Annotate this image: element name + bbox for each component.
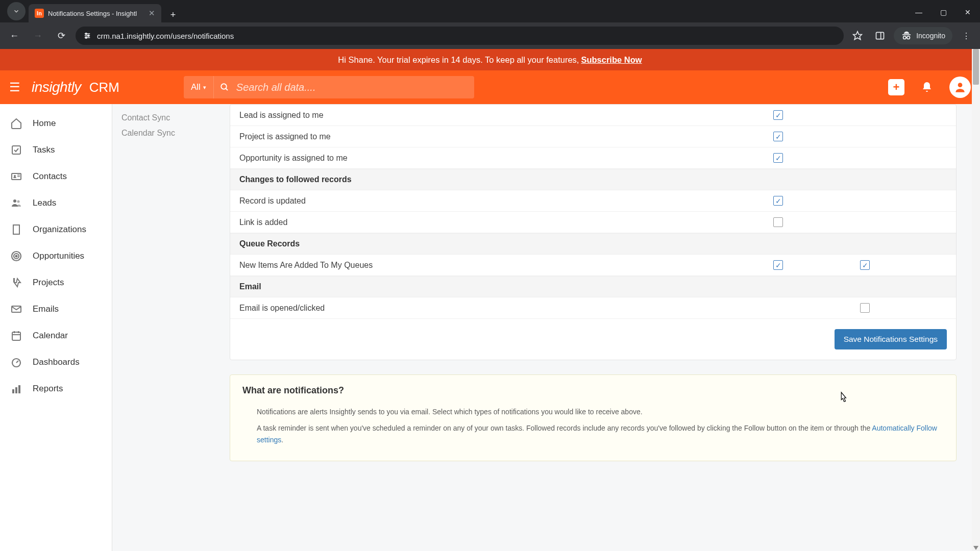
nav-label: Calendar	[33, 331, 68, 341]
setting-label: New Items Are Added To My Queues	[239, 261, 773, 270]
setting-row: Link is added✓	[230, 212, 956, 233]
nav-opportunities[interactable]: Opportunities	[0, 243, 112, 269]
app-header: ☰ insightly CRM All ▾ +	[0, 70, 980, 104]
svg-point-3	[85, 33, 87, 35]
search-bar: All ▾	[184, 76, 474, 98]
settings-sidebar: Contact Sync Calendar Sync	[112, 104, 230, 551]
site-settings-icon[interactable]	[83, 31, 92, 40]
svg-rect-16	[12, 146, 20, 154]
nav-home[interactable]: Home	[0, 110, 112, 137]
setting-label: Lead is assigned to me	[239, 111, 773, 120]
setting-row: Email is opened/clicked✓	[230, 297, 956, 319]
save-notifications-button[interactable]: Save Notifications Settings	[835, 329, 947, 349]
window-minimize-button[interactable]: —	[906, 2, 931, 22]
menu-toggle-button[interactable]: ☰	[9, 80, 23, 94]
svg-point-22	[17, 201, 20, 203]
svg-rect-9	[902, 34, 911, 35]
browser-address-bar: ← → ⟳ crm.na1.insightly.com/users/notifi…	[0, 22, 980, 49]
info-title: What are notifications?	[242, 385, 944, 396]
browser-forward-button[interactable]: →	[29, 27, 47, 45]
search-scope-dropdown[interactable]: All ▾	[184, 76, 214, 98]
checkbox[interactable]: ✓	[773, 196, 783, 206]
nav-reports[interactable]: Reports	[0, 375, 112, 402]
svg-rect-35	[12, 332, 20, 340]
notifications-bell-icon[interactable]	[917, 77, 937, 97]
nav-label: Emails	[33, 304, 59, 314]
window-maximize-button[interactable]: ▢	[931, 2, 955, 22]
url-input[interactable]: crm.na1.insightly.com/users/notification…	[76, 27, 844, 45]
browser-reload-button[interactable]: ⟳	[52, 27, 70, 45]
info-text-part: A task reminder is sent when you've sche…	[257, 424, 872, 432]
nav-dashboards[interactable]: Dashboards	[0, 349, 112, 375]
svg-point-18	[14, 175, 16, 177]
side-panel-icon[interactable]	[871, 27, 889, 44]
setting-row: Project is assigned to me✓	[230, 126, 956, 147]
checkbox[interactable]: ✓	[773, 153, 783, 163]
svg-rect-43	[18, 385, 20, 393]
setting-row: Opportunity is assigned to me✓	[230, 147, 956, 169]
setting-row: Record is updated✓	[230, 190, 956, 212]
nav-label: Opportunities	[33, 251, 84, 261]
svg-point-13	[221, 84, 227, 89]
checkbox[interactable]: ✓	[773, 110, 783, 120]
trial-text: Hi Shane. Your trial expires in 14 days.…	[338, 55, 579, 65]
insightly-logo: insightly	[32, 79, 81, 95]
nav-leads[interactable]: Leads	[0, 190, 112, 216]
info-paragraph: Notifications are alerts Insightly sends…	[242, 406, 944, 417]
settings-link-contact-sync[interactable]: Contact Sync	[121, 110, 220, 126]
incognito-icon	[901, 30, 912, 41]
tab-search-button[interactable]	[7, 2, 26, 20]
checkbox[interactable]: ✓	[773, 217, 783, 227]
dashboards-icon	[9, 356, 23, 368]
tab-favicon-icon: In	[35, 9, 44, 18]
checkbox[interactable]: ✓	[860, 260, 870, 270]
svg-point-21	[13, 199, 16, 203]
search-input[interactable]	[214, 82, 474, 93]
nav-tasks[interactable]: Tasks	[0, 137, 112, 163]
search-scope-label: All	[191, 82, 201, 92]
info-paragraph: A task reminder is sent when you've sche…	[242, 422, 944, 445]
nav-projects[interactable]: Projects	[0, 269, 112, 296]
setting-label: Opportunity is assigned to me	[239, 154, 773, 163]
svg-point-32	[16, 256, 17, 257]
svg-point-15	[958, 83, 963, 87]
user-avatar-button[interactable]	[949, 77, 971, 98]
quick-add-button[interactable]: +	[888, 79, 904, 95]
search-icon	[220, 83, 229, 92]
setting-row: New Items Are Added To My Queues✓✓	[230, 255, 956, 276]
tab-close-icon[interactable]: ✕	[149, 9, 155, 18]
browser-menu-button[interactable]: ⋮	[958, 27, 975, 44]
nav-calendar[interactable]: Calendar	[0, 322, 112, 349]
scrollbar-thumb[interactable]	[973, 49, 979, 85]
subscribe-now-link[interactable]: Subscribe Now	[581, 55, 642, 65]
setting-label: Link is added	[239, 218, 773, 227]
nav-organizations[interactable]: Organizations	[0, 216, 112, 243]
trial-banner: Hi Shane. Your trial expires in 14 days.…	[0, 49, 980, 70]
incognito-indicator[interactable]: Incognito	[894, 27, 952, 44]
setting-label: Record is updated	[239, 196, 773, 206]
checkbox[interactable]: ✓	[860, 303, 870, 313]
svg-rect-33	[13, 278, 15, 282]
contacts-icon	[9, 170, 23, 183]
browser-back-button[interactable]: ←	[5, 27, 23, 45]
notifications-card: Lead is assigned to me✓ Project is assig…	[230, 104, 957, 360]
nav-label: Reports	[33, 384, 63, 394]
calendar-icon	[9, 330, 23, 342]
window-close-button[interactable]: ✕	[955, 2, 980, 22]
settings-link-calendar-sync[interactable]: Calendar Sync	[121, 126, 220, 141]
svg-point-10	[903, 36, 906, 39]
svg-rect-23	[13, 225, 19, 234]
checkbox[interactable]: ✓	[773, 260, 783, 270]
new-tab-button[interactable]: +	[165, 7, 181, 22]
browser-tab[interactable]: In Notifications Settings - Insightl ✕	[29, 4, 161, 22]
svg-line-14	[226, 88, 228, 90]
bookmark-star-icon[interactable]	[849, 27, 866, 44]
nav-contacts[interactable]: Contacts	[0, 163, 112, 190]
url-text: crm.na1.insightly.com/users/notification…	[97, 32, 234, 40]
scrollbar[interactable]	[972, 49, 980, 551]
nav-emails[interactable]: Emails	[0, 296, 112, 322]
nav-label: Projects	[33, 278, 64, 288]
organizations-icon	[9, 223, 23, 236]
checkbox[interactable]: ✓	[773, 132, 783, 141]
svg-marker-6	[853, 32, 862, 40]
